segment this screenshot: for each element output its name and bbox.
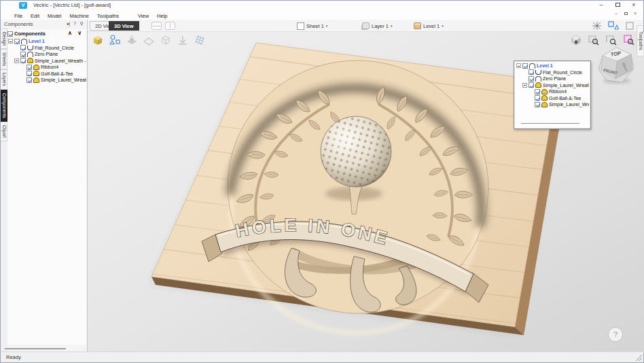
panel-header: Components ▸| ? ⚲ [1,20,87,29]
chevron-down-icon: ▾ [391,24,393,28]
3d-view-canvas[interactable]: HOLE IN ONE [88,32,644,353]
component-tree-item[interactable]: Flat_Round_Circle [516,69,589,76]
tab-3d-view[interactable]: 3D View [109,21,139,31]
tree-expander-icon[interactable] [8,39,13,44]
sheet-dropdown[interactable]: Sheet 1 ▾ [297,21,327,31]
component-icon [541,95,548,101]
pin-icon[interactable]: ⚲ [80,21,84,27]
grid-snap-icon[interactable] [624,21,635,31]
component-tree-item[interactable]: Golf-Ball-&-Tee [516,95,589,102]
mesh-icon[interactable] [194,34,206,46]
tab-design[interactable]: Design [1,29,7,49]
resize-grip[interactable] [635,354,642,361]
component-checkbox[interactable] [26,65,32,70]
component-label: Level 1 [537,63,553,68]
window-title: Vectric - [Vectric Ltd] - [golf-award] [33,2,111,8]
view-orientation-cube[interactable]: TOP FRONT RIGHT [596,46,635,86]
component-tree-item[interactable]: Golf-Ball-&-Tee [7,71,86,77]
component-tree-item[interactable]: Simple_Laurel_Wreath [7,77,86,84]
mdi-minimize-button[interactable]: – [612,11,620,16]
component-checkbox[interactable] [26,77,32,83]
help-button[interactable]: ? [608,327,623,342]
component-checkbox[interactable] [535,95,540,101]
component-icon [27,58,33,63]
component-icon [529,63,535,69]
tree-expander-icon[interactable] [522,83,527,88]
tab-layers[interactable]: Layers [1,69,7,90]
vector-nodes-icon[interactable] [109,34,121,46]
zoom-selection-icon[interactable] [623,34,635,46]
tab-clipart[interactable]: Clipart [1,122,7,141]
component-checkbox[interactable] [20,52,26,57]
components-master-row[interactable]: Components ∧ ∨ [7,29,86,38]
component-icon [27,52,33,57]
undock-icon[interactable]: ▸| [67,21,69,27]
component-label: Ribbon4 [41,65,58,69]
maximize-button[interactable] [611,1,624,9]
component-tree-item[interactable]: Ribbon4 [7,64,86,71]
component-icon [535,76,541,82]
component-checkbox[interactable] [529,76,534,82]
app-window: V Vectric - [Vectric Ltd] - [golf-award]… [0,0,644,363]
main-toolbar: 2D View 3D View Sheet 1 ▾ Layer 1 ▾ Leve… [88,20,643,32]
component-label: Zero Plane [543,76,566,81]
component-tree-item[interactable]: Simple_Laurel_Wreath - C [516,82,589,89]
tab-toolpaths[interactable]: Toolpaths [637,25,643,56]
component-tree-item[interactable]: Simple_Laurel_Wreath - Gro [7,58,86,65]
minimize-button[interactable]: – [594,1,608,9]
component-checkbox[interactable] [529,69,534,75]
overlay-scrollbar[interactable] [521,123,579,124]
wireframe-box-icon[interactable] [160,34,172,46]
level-dropdown[interactable]: Level 1 ▾ [414,21,444,31]
component-label: Simple_Laurel_Wreath [41,77,86,82]
plane-icon[interactable] [143,34,155,46]
component-tree-item[interactable]: Ribbon4 [516,88,589,95]
plane-arrow-icon[interactable] [126,34,138,46]
component-tree-item[interactable]: Level 1 [516,63,589,69]
tree-expander-icon[interactable] [14,58,19,63]
geometry-snap-icon[interactable] [608,21,619,31]
split-vertical-icon[interactable] [165,22,175,30]
component-checkbox[interactable] [529,82,534,88]
status-text: Ready [6,354,21,360]
close-button[interactable]: × [627,1,641,9]
component-tree-item[interactable]: Zero Plane [516,75,589,82]
tab-sheets[interactable]: Sheets [1,49,7,69]
component-checkbox[interactable] [14,39,20,44]
component-checkbox[interactable] [535,89,540,94]
component-checkbox[interactable] [535,102,540,107]
component-tree-item[interactable]: Simple_Laurel_Wreath [516,101,589,108]
level-icon [414,22,421,29]
component-tree-item[interactable]: Level 1 [7,38,86,45]
component-checkbox[interactable] [20,45,26,50]
component-icon [27,46,33,50]
mdi-restore-button[interactable] [622,11,630,16]
tree-expander-icon[interactable] [516,63,521,68]
tab-components[interactable]: Components [1,90,7,122]
split-horizontal-icon[interactable] [151,22,162,30]
collapse-expand-icons[interactable]: ∧ ∨ [68,30,84,36]
drop-arrow-icon[interactable] [177,34,189,46]
maximize-icon [615,3,620,7]
component-label: Ribbon4 [549,89,567,94]
snap-settings-icon[interactable] [592,21,603,31]
component-checkbox[interactable] [522,63,528,69]
component-tree-item[interactable]: Flat_Round_Circle [7,45,86,52]
restore-icon [624,12,628,15]
shading-sphere-icon[interactable] [570,34,582,46]
floating-component-tree[interactable]: Level 1 Flat_Round_Circle Zero Plane Sim… [514,60,591,129]
level-dropdown-label: Level 1 [423,23,440,29]
mdi-close-button[interactable]: × [631,11,639,16]
panel-help-icon[interactable]: ? [73,21,76,26]
component-checkbox[interactable] [20,58,26,63]
component-checkbox[interactable] [26,71,32,76]
status-bar: Ready [1,351,643,362]
horizontal-scrollbar[interactable] [5,348,66,349]
layer-dropdown[interactable]: Layer 1 ▾ [362,21,393,31]
components-master-checkbox[interactable] [7,31,13,37]
zoom-scale-icon[interactable] [588,34,600,46]
zoom-box-icon[interactable] [605,34,618,46]
material-block-icon[interactable] [92,34,104,46]
component-label: Simple_Laurel_Wreath - C [543,83,589,88]
component-tree-item[interactable]: Zero Plane [7,51,86,58]
